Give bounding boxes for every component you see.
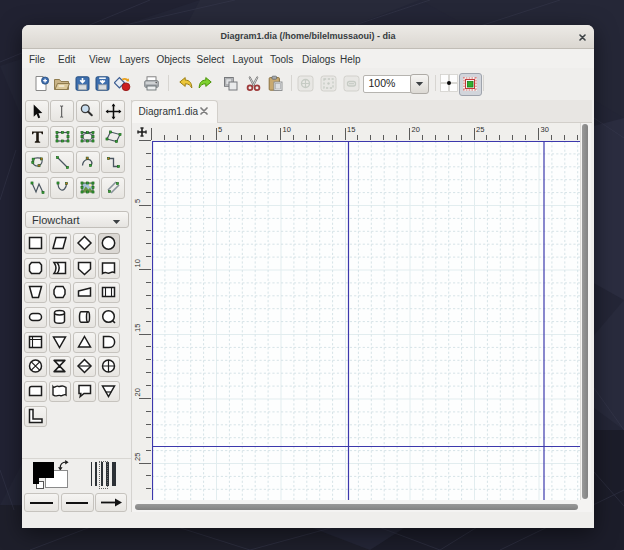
svg-text:20: 20: [412, 125, 420, 134]
svg-text:25: 25: [133, 453, 142, 461]
svg-text:25: 25: [476, 125, 484, 134]
svg-text:5: 5: [133, 199, 142, 203]
svg-text:15: 15: [133, 324, 142, 332]
svg-text:5: 5: [218, 125, 222, 134]
svg-text:15: 15: [347, 125, 355, 134]
svg-text:20: 20: [133, 388, 142, 396]
svg-text:10: 10: [133, 259, 142, 267]
svg-text:30: 30: [541, 125, 549, 134]
svg-text:10: 10: [283, 125, 291, 134]
